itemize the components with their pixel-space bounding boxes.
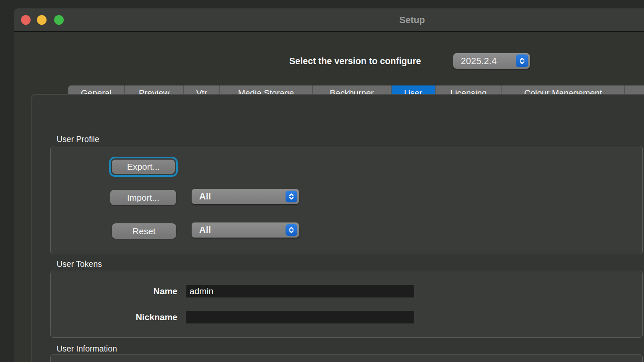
chevron-up-down-icon: [516, 54, 528, 67]
user-profile-section-label: User Profile: [57, 134, 99, 144]
name-field-label: Name: [106, 286, 177, 296]
window-title: Setup: [399, 15, 425, 26]
user-tokens-group-box: [50, 271, 643, 338]
user-information-section-label: User Information: [57, 344, 117, 354]
zoom-window-button[interactable]: [54, 15, 64, 25]
user-information-group-box: [50, 354, 643, 362]
nickname-field-label: Nickname: [106, 312, 177, 322]
user-tokens-section-label: User Tokens: [57, 259, 102, 269]
desktop: { "window": { "title": "Setup" }, "versi…: [0, 0, 644, 362]
reset-scope-select[interactable]: All: [192, 222, 299, 238]
close-window-button[interactable]: [21, 15, 31, 25]
reset-button[interactable]: Reset: [112, 223, 176, 239]
import-button[interactable]: Import...: [110, 190, 176, 205]
export-button[interactable]: Export...: [112, 160, 175, 174]
chevron-up-down-icon: [286, 191, 297, 202]
version-select-value: 2025.2.4: [461, 53, 497, 69]
setup-window: Setup Select the version to configure 20…: [14, 8, 644, 362]
reset-scope-value: All: [199, 222, 211, 238]
nickname-input[interactable]: [186, 311, 414, 323]
chevron-up-down-icon: [286, 224, 297, 236]
export-button-focus-ring: Export...: [109, 157, 178, 177]
version-selector-label: Select the version to configure: [289, 56, 421, 67]
titlebar: Setup: [14, 8, 644, 32]
name-input[interactable]: [186, 285, 414, 297]
import-scope-select[interactable]: All: [192, 189, 299, 204]
import-scope-value: All: [199, 189, 211, 204]
version-select[interactable]: 2025.2.4: [453, 53, 530, 69]
minimize-window-button[interactable]: [37, 15, 47, 25]
